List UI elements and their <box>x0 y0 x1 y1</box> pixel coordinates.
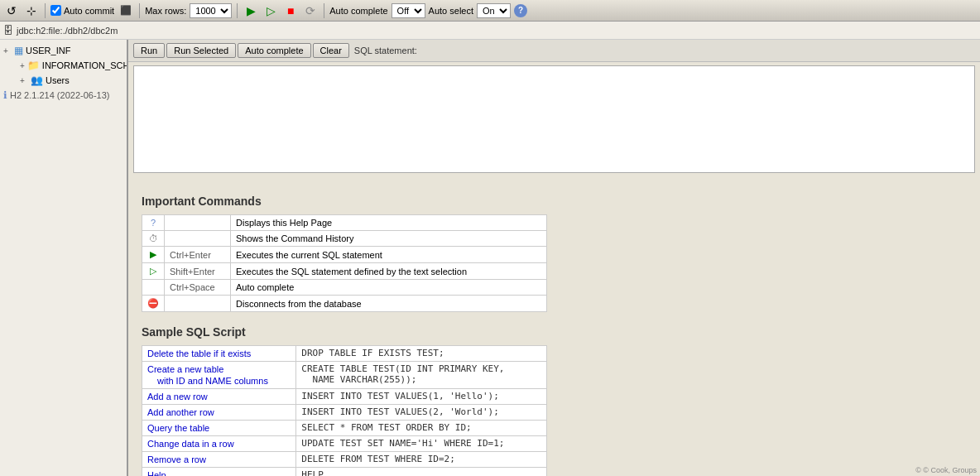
sample-link-cell-1: Create a new table with ID and NAME colu… <box>142 362 296 389</box>
sample-link-cell-5: Change data in a row <box>142 436 296 452</box>
version-label: H2 2.1.214 (2022-06-13) <box>10 90 109 100</box>
cmd-icon-help: ? <box>142 215 165 231</box>
sample-sql-cell-0: DROP TABLE IF EXISTS TEST; <box>296 346 547 362</box>
auto-commit-help-icon[interactable]: ⬛ <box>118 2 134 19</box>
run-selected-button[interactable]: Run Selected <box>166 43 236 58</box>
sample-sql-6: DELETE FROM TEST WHERE ID=2; <box>301 454 454 464</box>
sample-sql-cell-6: DELETE FROM TEST WHERE ID=2; <box>296 452 547 468</box>
sidebar: + ▦ USER_INF + 📁 INFORMATION_SCHEMA + 👥 … <box>0 40 128 476</box>
separator-3 <box>237 3 238 18</box>
sample-row-0: Delete the table if it exists DROP TABLE… <box>142 346 547 362</box>
sample-link-cell-2: Add a new row <box>142 389 296 405</box>
sample-link-cell-0: Delete the table if it exists <box>142 346 296 362</box>
folder-icon: 📁 <box>27 60 40 71</box>
sidebar-item-label-userinf: USER_INF <box>26 46 70 55</box>
watermark: © © Cook, Groups <box>915 466 977 474</box>
sample-sql-3: INSERT INTO TEST VALUES(2, 'World'); <box>301 406 498 417</box>
auto-select-label: Auto select <box>429 6 473 16</box>
cmd-icon-history: ⏱ <box>142 231 165 247</box>
refresh-icon[interactable]: ↺ <box>3 2 20 19</box>
important-commands-title: Important Commands <box>142 195 967 208</box>
sample-link-2[interactable]: Add a new row <box>147 391 291 402</box>
command-row-run-selected: ▷ Shift+Enter Executes the SQL statement… <box>142 263 547 280</box>
auto-commit-checkbox[interactable]: Auto commit <box>50 5 114 16</box>
sidebar-item-userinf[interactable]: + ▦ USER_INF <box>2 43 125 58</box>
separator-1 <box>45 3 46 18</box>
sidebar-item-infschema[interactable]: + 📁 INFORMATION_SCHEMA <box>2 58 125 73</box>
sample-link-cell-7: Help <box>142 468 296 477</box>
cmd-desc-run-selected: Executes the SQL statement defined by th… <box>231 263 547 280</box>
sample-sql-cell-2: INSERT INTO TEST VALUES(1, 'Hello'); <box>296 389 547 405</box>
sql-toolbar: Run Run Selected Auto complete Clear SQL… <box>128 40 980 62</box>
cmd-icon-disconnect: ⛔ <box>142 296 165 312</box>
command-row-disconnect: ⛔ Disconnects from the database <box>142 296 547 312</box>
run-selected-icon[interactable]: ▷ <box>262 2 279 19</box>
sample-sql-cell-7: HELP ... <box>296 468 547 477</box>
main-layout: + ▦ USER_INF + 📁 INFORMATION_SCHEMA + 👥 … <box>0 40 980 476</box>
auto-select-select[interactable]: On Off <box>477 3 511 18</box>
auto-commit-label: Auto commit <box>64 6 114 16</box>
sample-link-5[interactable]: Change data in a row <box>147 438 291 450</box>
version-icon: ℹ <box>3 89 7 101</box>
history-icon[interactable]: ⟳ <box>302 2 319 19</box>
cmd-icon-run-selected: ▷ <box>142 263 165 280</box>
sample-sql-0: DROP TABLE IF EXISTS TEST; <box>301 348 444 358</box>
sample-link-1b[interactable]: with ID and NAME columns <box>147 375 291 387</box>
cmd-desc-disconnect: Disconnects from the database <box>231 296 547 312</box>
cmd-desc-autocomplete: Auto complete <box>231 280 547 296</box>
cmd-shortcut-run: Ctrl+Enter <box>165 247 231 263</box>
commands-table: ? Displays this Help Page ⏱ Shows the Co… <box>142 214 547 312</box>
clear-button[interactable]: Clear <box>313 43 349 58</box>
expand-icon: + <box>3 46 12 55</box>
version-item: ℹ H2 2.1.214 (2022-06-13) <box>2 88 125 103</box>
sample-sql-4: SELECT * FROM TEST ORDER BY ID; <box>301 422 471 433</box>
sample-link-3[interactable]: Add another row <box>147 406 291 418</box>
table-icon: ▦ <box>14 45 23 56</box>
help-icon[interactable]: ? <box>514 4 527 17</box>
sample-link-4[interactable]: Query the table <box>147 422 291 434</box>
run-icon[interactable]: ▶ <box>243 2 259 19</box>
separator-4 <box>324 3 324 18</box>
sample-row-3: Add another row INSERT INTO TEST VALUES(… <box>142 405 547 421</box>
sample-link-cell-6: Remove a row <box>142 452 296 468</box>
auto-commit-input[interactable] <box>50 5 61 16</box>
bookmark-icon[interactable]: ⊹ <box>23 2 40 19</box>
help-content: Important Commands ? Displays this Help … <box>128 176 980 476</box>
cmd-desc-help: Displays this Help Page <box>231 215 547 231</box>
expand-icon-3: + <box>20 76 28 85</box>
sidebar-item-label-users: Users <box>46 75 70 85</box>
auto-complete-button[interactable]: Auto complete <box>238 43 310 58</box>
users-icon: 👥 <box>31 75 43 86</box>
command-row-autocomplete: Ctrl+Space Auto complete <box>142 280 547 296</box>
sample-link-1[interactable]: Create a new table <box>147 363 291 375</box>
cmd-icon-autocomplete <box>142 280 165 296</box>
separator-2 <box>139 3 140 18</box>
sample-sql-2: INSERT INTO TEST VALUES(1, 'Hello'); <box>301 391 498 401</box>
cmd-shortcut-run-selected: Shift+Enter <box>165 263 231 280</box>
sample-link-7[interactable]: Help <box>147 469 291 476</box>
sample-sql-table: Delete the table if it exists DROP TABLE… <box>142 345 547 476</box>
sample-row-4: Query the table SELECT * FROM TEST ORDER… <box>142 421 547 436</box>
connection-bar: 🗄 jdbc:h2:file:./dbh2/dbc2m <box>0 22 980 40</box>
sample-link-6[interactable]: Remove a row <box>147 454 291 465</box>
sample-row-7: Help HELP ... <box>142 468 547 477</box>
command-row-help: ? Displays this Help Page <box>142 215 547 231</box>
sample-row-1: Create a new table with ID and NAME colu… <box>142 362 547 389</box>
cmd-shortcut-autocomplete: Ctrl+Space <box>165 280 231 296</box>
command-row-run: ▶ Ctrl+Enter Executes the current SQL st… <box>142 247 547 263</box>
sidebar-item-users[interactable]: + 👥 Users <box>2 73 125 88</box>
expand-icon-2: + <box>20 61 25 70</box>
sql-editor[interactable] <box>133 65 975 173</box>
auto-complete-select[interactable]: Off On <box>392 3 425 18</box>
cmd-desc-history: Shows the Command History <box>231 231 547 247</box>
sample-link-cell-4: Query the table <box>142 421 296 436</box>
sample-row-5: Change data in a row UPDATE TEST SET NAM… <box>142 436 547 452</box>
max-rows-select[interactable]: 1000 500 100 <box>190 3 232 18</box>
sample-sql-cell-4: SELECT * FROM TEST ORDER BY ID; <box>296 421 547 436</box>
sidebar-item-label-infschema: INFORMATION_SCHEMA <box>42 60 128 70</box>
sample-link-0[interactable]: Delete the table if it exists <box>147 348 291 359</box>
sample-link-cell-3: Add another row <box>142 405 296 421</box>
stop-icon[interactable]: ■ <box>282 2 299 19</box>
content-area: Run Run Selected Auto complete Clear SQL… <box>128 40 980 476</box>
run-button[interactable]: Run <box>133 43 165 58</box>
